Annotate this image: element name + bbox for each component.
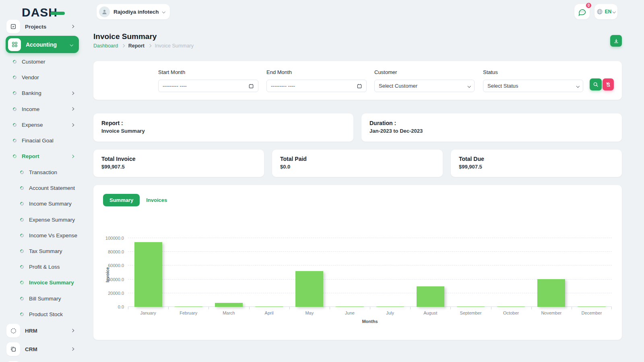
crm-icon	[6, 342, 20, 356]
company-name: Rajodiya infotech	[114, 9, 159, 15]
chart-bar-november	[537, 279, 565, 307]
chevron-down-icon	[576, 84, 579, 88]
calendar-icon	[248, 83, 254, 89]
sidebar-item-income-summary[interactable]: Income Summary	[0, 196, 85, 212]
sidebar-item-account-statement[interactable]: Account Statement	[0, 180, 85, 196]
tab-summary[interactable]: Summary	[103, 194, 140, 206]
customer-select[interactable]: Select Customer	[374, 80, 475, 92]
apply-filter-button[interactable]	[590, 78, 602, 90]
accounting-submenu: Customer Vendor Banking Income Expense F…	[0, 54, 85, 164]
sidebar-item-projects[interactable]: Projects	[0, 18, 85, 35]
chevron-down-icon	[70, 43, 73, 46]
sidebar-item-accounting[interactable]: Accounting	[6, 36, 79, 53]
bullet-icon	[12, 107, 17, 112]
reset-filter-button[interactable]	[603, 78, 614, 90]
company-switcher[interactable]: Rajodiya infotech	[97, 4, 170, 19]
sidebar-item-report[interactable]: Report	[0, 148, 85, 164]
sidebar-item-next-clipped[interactable]	[0, 359, 85, 362]
bullet-icon	[19, 202, 25, 207]
total-paid-card: Total Paid $0.0	[272, 150, 443, 177]
bar-slot: July	[370, 230, 410, 307]
sidebar-item-tax-summary[interactable]: Tax Summary	[0, 243, 85, 259]
language-selector[interactable]: EN	[594, 4, 617, 19]
avatar	[99, 6, 110, 17]
chart-bar-december	[578, 306, 605, 307]
sidebar-item-expense[interactable]: Expense	[0, 117, 85, 133]
chevron-right-icon	[70, 155, 74, 158]
y-tick-label: 80000.0	[108, 249, 124, 254]
bar-slot: September	[450, 230, 491, 307]
bar-slot: June	[330, 230, 370, 307]
calendar-icon	[357, 83, 362, 89]
total-invoice-value: $99,907.5	[101, 164, 256, 170]
sidebar-item-profit-loss[interactable]: Profit & Loss	[0, 259, 85, 275]
breadcrumb-report[interactable]: Report	[128, 43, 144, 49]
duration-label: Duration :	[369, 120, 614, 126]
bar-slot: October	[491, 230, 531, 307]
tab-invoices[interactable]: Invoices	[146, 197, 167, 203]
y-tick-label: 0.0	[118, 304, 124, 309]
breadcrumb-separator-icon	[122, 44, 125, 47]
chart-bar-march	[215, 303, 243, 307]
x-tick-label: April	[265, 311, 274, 315]
bullet-icon	[12, 75, 17, 80]
chevron-right-icon	[70, 107, 74, 111]
sidebar-item-label: Finacial Goal	[22, 138, 54, 144]
sidebar-item-banking[interactable]: Banking	[0, 85, 85, 101]
chevron-right-icon	[70, 329, 74, 332]
status-group: Status Select Status	[483, 69, 583, 92]
start-month-input[interactable]: --------- ----	[158, 80, 258, 92]
sidebar-item-crm[interactable]: CRM	[0, 340, 85, 358]
sidebar-item-hrm[interactable]: HRM	[0, 322, 85, 339]
bullet-icon	[12, 122, 17, 128]
sidebar-item-bill-summary[interactable]: Bill Summary	[0, 291, 85, 306]
status-selected-value: Select Status	[487, 83, 518, 89]
status-select[interactable]: Select Status	[483, 80, 583, 92]
report-label: Report :	[101, 120, 345, 126]
bar-slot: April	[249, 230, 289, 307]
sidebar-item-label: Bill Summary	[29, 296, 61, 302]
sidebar-item-finacial-goal[interactable]: Finacial Goal	[0, 133, 85, 148]
bullet-icon	[19, 296, 25, 301]
sidebar-item-label: Income	[22, 106, 39, 112]
bullet-icon	[19, 217, 25, 222]
accounting-icon	[8, 38, 21, 51]
download-report-button[interactable]	[610, 35, 622, 47]
bullet-icon	[12, 154, 17, 159]
sidebar-item-income-vs-expense[interactable]: Income Vs Expense	[0, 228, 85, 243]
hrm-icon	[6, 324, 20, 337]
sidebar-item-vendor[interactable]: Vendor	[0, 70, 85, 85]
projects-icon	[6, 20, 20, 33]
breadcrumb: Dashboard Report Invoice Summary	[93, 43, 194, 49]
end-month-group: End Month --------- ----	[266, 69, 367, 92]
sidebar-item-customer[interactable]: Customer	[0, 54, 85, 70]
trash-slash-icon	[605, 82, 611, 87]
breadcrumb-dashboard[interactable]: Dashboard	[93, 43, 118, 49]
duration-card: Duration : Jan-2023 to Dec-2023	[361, 113, 622, 142]
total-paid-value: $0.0	[280, 164, 435, 170]
total-invoice-label: Total Invoice	[101, 156, 256, 162]
sidebar-item-income[interactable]: Income	[0, 101, 85, 117]
sidebar-item-invoice-summary[interactable]: Invoice Summary	[0, 275, 85, 290]
end-month-value: --------- ----	[271, 83, 295, 89]
chat-bubble-icon	[578, 8, 586, 16]
app-root: { "brand": { "name": "DASH" }, "header":…	[0, 0, 644, 362]
sidebar-item-transaction[interactable]: Transaction	[0, 165, 85, 180]
end-month-input[interactable]: --------- ----	[266, 80, 367, 92]
sidebar-item-label: Banking	[22, 90, 41, 96]
messages-button[interactable]: 0	[574, 4, 590, 19]
sidebar-item-expense-summary[interactable]: Expense Summary	[0, 212, 85, 228]
bullet-icon	[12, 138, 17, 143]
start-month-label: Start Month	[158, 69, 258, 75]
person-icon	[101, 9, 107, 15]
total-due-card: Total Due $99,907.5	[451, 150, 622, 177]
customer-selected-value: Select Customer	[379, 83, 417, 89]
x-axis-title: Months	[362, 319, 378, 324]
report-value: Invoice Summary	[101, 128, 345, 134]
end-month-label: End Month	[266, 69, 367, 75]
sidebar-item-product-stock[interactable]: Product Stock	[0, 306, 85, 322]
bullet-icon	[19, 312, 25, 317]
chevron-down-icon	[162, 10, 165, 13]
sidebar-item-label: Tax Summary	[29, 248, 62, 254]
bar-slot: February	[168, 230, 208, 307]
